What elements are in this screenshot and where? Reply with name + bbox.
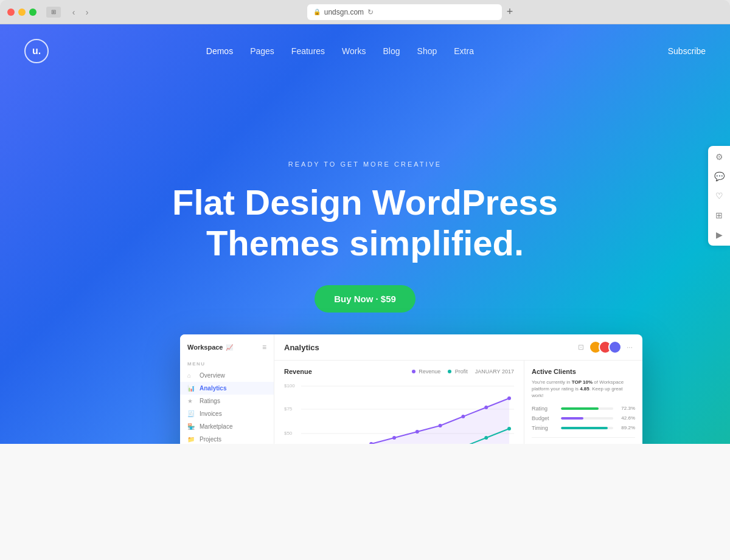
- metric-timing: Timing 89.2%: [532, 425, 635, 431]
- dash-logo-label: Workspace: [187, 344, 223, 351]
- dash-window-icon[interactable]: ⊡: [578, 343, 584, 351]
- chat-icon[interactable]: 💬: [714, 171, 725, 181]
- legend-dot-profit: [448, 370, 451, 373]
- svg-point-17: [484, 406, 488, 409]
- subscribe-link[interactable]: Subscribe: [631, 46, 706, 56]
- metric-rating-bar: [561, 407, 599, 410]
- browser-window: ⊞ ‹ › 🔒 undsgn.com ↻ +: [0, 0, 730, 24]
- metric-budget-bar-bg: [561, 417, 613, 420]
- dash-logo: Workspace 📈: [187, 344, 233, 351]
- lock-icon: 🔒: [313, 9, 321, 15]
- nav-works[interactable]: Works: [342, 46, 366, 56]
- forward-button[interactable]: ›: [82, 7, 92, 17]
- nav-blog[interactable]: Blog: [383, 46, 400, 56]
- browser-controls: ⊞: [46, 7, 61, 18]
- svg-point-18: [507, 396, 511, 400]
- dash-nav-analytics[interactable]: 📊 Analytics: [180, 382, 274, 395]
- traffic-lights: [7, 9, 36, 16]
- website-content: u. Demos Pages Features Works Blog Shop …: [0, 24, 730, 560]
- dash-nav-marketplace-label: Marketplace: [200, 423, 232, 430]
- chart-date-label: JANUARY 2017: [475, 368, 514, 375]
- legend-revenue: Revenue: [412, 368, 441, 375]
- nav-extra[interactable]: Extra: [454, 46, 474, 56]
- settings-icon[interactable]: ⚙: [715, 152, 723, 162]
- hero-title: Flat Design WordPress Themes simplified.: [152, 182, 578, 263]
- nav-links: Demos Pages Features Works Blog Shop Ext…: [206, 46, 474, 56]
- new-tab-button[interactable]: +: [507, 5, 513, 18]
- legend-profit: Profit: [448, 368, 468, 375]
- heart-icon[interactable]: ♡: [715, 191, 723, 201]
- svg-point-13: [392, 436, 396, 440]
- svg-point-28: [507, 427, 511, 430]
- star-icon: ★: [187, 398, 195, 404]
- refresh-button[interactable]: ↻: [367, 8, 374, 16]
- dash-nav-marketplace[interactable]: 🏪 Marketplace: [180, 420, 274, 433]
- dash-logo-icon: 📈: [226, 344, 233, 351]
- active-clients-text: You're currently in TOP 10% of Workspace…: [532, 379, 635, 399]
- home-icon: ⌂: [187, 372, 195, 379]
- cta-button[interactable]: Buy Now · $59: [315, 285, 415, 313]
- svg-text:$100: $100: [284, 383, 295, 389]
- tabs-button[interactable]: ⊞: [46, 7, 61, 18]
- dash-nav-invoices[interactable]: 🧾 Invoices: [180, 407, 274, 420]
- metric-rating: Rating 72.3%: [532, 406, 635, 412]
- analytics-icon: 📊: [187, 385, 195, 392]
- dash-more-icon[interactable]: ···: [627, 343, 633, 351]
- projects-icon: 📁: [187, 436, 195, 443]
- dash-nav-overview[interactable]: ⌂ Overview: [180, 369, 274, 382]
- metric-timing-bar-bg: [561, 427, 613, 429]
- metric-timing-value: 89.2%: [617, 425, 635, 430]
- dash-section-menu: MENU: [180, 358, 274, 369]
- close-button[interactable]: [7, 9, 15, 16]
- metric-timing-label: Timing: [532, 425, 557, 431]
- nav-demos[interactable]: Demos: [206, 46, 233, 56]
- back-button[interactable]: ‹: [68, 7, 79, 17]
- chart-legend: Revenue Profit JANUARY 2017: [412, 368, 514, 375]
- svg-text:$50: $50: [284, 430, 293, 436]
- address-bar-wrap: 🔒 undsgn.com ↻ +: [97, 4, 723, 20]
- dash-page-title: Analytics: [284, 343, 319, 352]
- hero-section: u. Demos Pages Features Works Blog Shop …: [0, 24, 730, 444]
- marketplace-icon: 🏪: [187, 423, 195, 430]
- metric-timing-bar: [561, 427, 608, 429]
- dash-menu-icon[interactable]: ≡: [262, 343, 266, 351]
- fullscreen-button[interactable]: [29, 9, 36, 16]
- hero-subtitle: Ready to get more creative: [288, 161, 442, 168]
- grid-icon[interactable]: ⊞: [715, 210, 723, 220]
- dash-nav-ratings-label: Ratings: [200, 398, 220, 404]
- minimize-button[interactable]: [18, 9, 26, 16]
- avatar-3: [608, 340, 622, 354]
- metric-rating-label: Rating: [532, 406, 557, 412]
- browser-titlebar: ⊞ ‹ › 🔒 undsgn.com ↻ +: [0, 0, 730, 24]
- dash-nav-invoices-label: Invoices: [200, 410, 222, 417]
- metric-budget-bar: [561, 417, 583, 420]
- panel-divider: [532, 437, 635, 438]
- dash-avatars: [589, 340, 622, 354]
- nav-pages[interactable]: Pages: [250, 46, 274, 56]
- invoice-icon: 🧾: [187, 410, 195, 417]
- dash-nav-ratings[interactable]: ★ Ratings: [180, 395, 274, 407]
- metric-budget-label: Budget: [532, 415, 557, 421]
- svg-point-16: [461, 415, 465, 418]
- svg-point-14: [415, 430, 419, 434]
- dash-header-icons: ⊡ ···: [578, 340, 633, 354]
- svg-text:$75: $75: [284, 406, 293, 412]
- metric-budget: Budget 42.6%: [532, 415, 635, 421]
- nav-shop[interactable]: Shop: [417, 46, 437, 56]
- url-text: undsgn.com: [324, 8, 364, 16]
- dash-nav-overview-label: Overview: [200, 372, 225, 379]
- dash-header: Analytics ⊡ ···: [274, 334, 642, 361]
- chart-header: Revenue Revenue Profit JANU: [284, 368, 514, 375]
- svg-point-15: [439, 424, 442, 427]
- active-clients-title: Active Clients: [532, 368, 635, 375]
- metric-budget-value: 42.6%: [617, 415, 635, 421]
- site-logo[interactable]: u.: [24, 39, 49, 63]
- nav-buttons: ‹ ›: [68, 7, 92, 17]
- dash-nav-projects-label: Projects: [200, 436, 221, 443]
- metric-rating-value: 72.3%: [617, 406, 635, 411]
- video-icon[interactable]: ▶: [716, 230, 723, 240]
- chart-title: Revenue: [284, 368, 312, 375]
- svg-point-27: [484, 436, 488, 440]
- address-bar[interactable]: 🔒 undsgn.com ↻: [307, 4, 502, 20]
- nav-features[interactable]: Features: [291, 46, 325, 56]
